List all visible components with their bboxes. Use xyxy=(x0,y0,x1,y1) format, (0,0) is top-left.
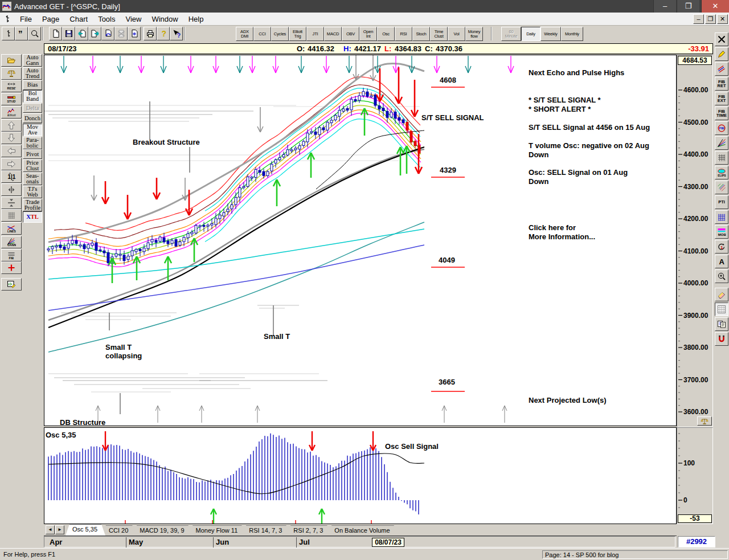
grid-blue-button[interactable] xyxy=(715,210,728,224)
pti-button[interactable]: PTI xyxy=(715,195,728,209)
help-button[interactable]: ? xyxy=(157,27,170,40)
pencil-button[interactable] xyxy=(715,47,728,61)
child-minimize-button[interactable]: – xyxy=(693,14,704,24)
indicator-macd[interactable]: MACD xyxy=(324,27,342,41)
save-button[interactable] xyxy=(62,27,75,40)
menu-window[interactable]: Window xyxy=(146,14,183,24)
minimize-button[interactable]: – xyxy=(653,0,676,13)
quotes-button[interactable]: ” xyxy=(15,27,28,40)
menu-file[interactable]: File xyxy=(15,14,37,24)
prev-page-button[interactable] xyxy=(75,27,88,40)
indicator-open-int[interactable]: OpenInt xyxy=(359,27,377,41)
fan-button[interactable] xyxy=(715,136,728,150)
study-tj-s-web[interactable]: TJ'sWeb xyxy=(23,186,42,198)
tab-cci-20[interactable]: CCI 20 xyxy=(102,525,136,536)
arrow-left-button[interactable] xyxy=(1,145,22,157)
reset-button[interactable]: RESET xyxy=(1,80,22,92)
new-chart-button[interactable] xyxy=(128,27,141,40)
gann-button[interactable]: GANN xyxy=(1,236,22,248)
menu-view[interactable]: View xyxy=(120,14,146,24)
study-mov-ave[interactable]: MovAve xyxy=(23,124,42,136)
price-chart[interactable]: 4608432940493665Breakout StructureS/T SE… xyxy=(44,55,676,426)
tab-scroll-right-button[interactable]: ► xyxy=(55,525,64,534)
more-information-link[interactable]: More Information... xyxy=(529,232,595,241)
oscillator-panel[interactable]: Osc 5,35Osc Sell Signal xyxy=(44,427,677,524)
indicator-vol[interactable]: Vol xyxy=(448,27,465,41)
ellipse-button[interactable]: ELIPS xyxy=(715,166,728,179)
grid-small-button[interactable] xyxy=(715,151,728,165)
study-xtl[interactable]: XTL xyxy=(23,211,42,223)
tab-scroll-left-button[interactable]: ◄ xyxy=(46,525,55,534)
fib-ret-button[interactable]: FIBRET xyxy=(715,77,728,91)
more-information-link[interactable]: Click here for xyxy=(529,223,576,232)
magnet-button[interactable] xyxy=(715,332,728,346)
context-help-button[interactable]: ? xyxy=(170,27,183,40)
child-restore-button[interactable]: ❐ xyxy=(705,14,716,24)
price-axis[interactable]: 4600.004500.004400.004300.004200.004100.… xyxy=(677,55,713,427)
fib-circle-button[interactable]: FIB xyxy=(715,121,728,135)
hatch-button[interactable] xyxy=(715,181,728,194)
tab-macd-19-39-9[interactable]: MACD 19, 39, 9 xyxy=(133,525,192,536)
eraser-button[interactable] xyxy=(715,288,728,301)
next-page-button[interactable] xyxy=(88,27,101,40)
study-button[interactable]: STUDY xyxy=(1,93,22,105)
arrow-right-button[interactable] xyxy=(1,158,22,170)
study-bol-band[interactable]: BolBand xyxy=(23,90,42,103)
indicator-cci[interactable]: CCI xyxy=(253,27,271,41)
zoom-in-button[interactable] xyxy=(715,269,728,283)
lines-button[interactable]: LINES xyxy=(1,222,22,235)
fib-time-button[interactable]: FIBTIME xyxy=(715,107,728,120)
period-daily[interactable]: Daily xyxy=(521,27,540,41)
menu-help[interactable]: Help xyxy=(183,14,209,24)
cursor-date-box[interactable]: 08/07/23 xyxy=(372,538,404,547)
open-folder-button[interactable] xyxy=(1,54,22,67)
tab-rsi-14-7-3[interactable]: RSI 14, 7, 3 xyxy=(242,525,290,536)
study-seas-onals[interactable]: Seas-onals xyxy=(23,173,42,185)
mob-button[interactable]: MOB xyxy=(715,225,728,239)
oscillator-chart[interactable]: Osc 5,35Osc Sell Signal xyxy=(44,428,676,524)
new-page-button[interactable] xyxy=(49,27,62,40)
time-cycle-button[interactable]: 1 xyxy=(715,240,728,254)
study-price-clust[interactable]: PriceClust xyxy=(23,160,42,172)
print-button[interactable] xyxy=(144,27,157,40)
elliott-button[interactable]: Elliott xyxy=(1,106,22,118)
menu-tools[interactable]: Tools xyxy=(93,14,120,24)
indicator-osc[interactable]: Osc xyxy=(377,27,395,41)
axis-scales-button[interactable] xyxy=(697,416,712,426)
indicator-elliott-trig[interactable]: ElliottTrig xyxy=(289,27,306,41)
chart-edit-button[interactable] xyxy=(1,278,22,291)
arrow-up-button[interactable] xyxy=(1,119,22,132)
menu-chart[interactable]: Chart xyxy=(64,14,93,24)
cross-button[interactable] xyxy=(1,261,22,274)
refresh-page-button[interactable] xyxy=(101,27,114,40)
tab-rsi-2-7-3[interactable]: RSI 2, 7, 3 xyxy=(286,525,331,536)
period-weekly[interactable]: Weekly xyxy=(540,27,561,41)
tab-on-balance-volume[interactable]: On Balance Volume xyxy=(327,525,398,536)
close-button[interactable]: ✕ xyxy=(701,0,729,13)
indicator-adx-dmi[interactable]: ADXDMI xyxy=(236,27,253,41)
restore-button[interactable]: ❐ xyxy=(677,0,699,13)
mosaic-button[interactable] xyxy=(715,303,728,316)
magnifier-button[interactable] xyxy=(28,27,41,40)
chart-area[interactable]: 4608432940493665Breakout StructureS/T SE… xyxy=(44,55,677,426)
study-trade-profile[interactable]: TradeProfile xyxy=(23,199,42,211)
indicator-time-clust[interactable]: TimeClust xyxy=(430,27,448,41)
trendlines-button[interactable] xyxy=(715,62,728,76)
compress-button[interactable] xyxy=(1,197,22,209)
study-pivot[interactable]: Pivot xyxy=(23,149,42,159)
menu-page[interactable]: Page xyxy=(37,14,64,24)
indicator-rsi[interactable]: RSI xyxy=(395,27,412,41)
indicator-money-flow[interactable]: Moneyflow xyxy=(465,27,483,41)
tab-money-flow-11[interactable]: Money Flow 11 xyxy=(189,525,246,536)
crosshair-button[interactable] xyxy=(715,32,728,46)
pin-button[interactable] xyxy=(2,27,15,40)
arrow-down-button[interactable] xyxy=(1,132,22,144)
child-window-icon[interactable] xyxy=(5,15,11,23)
fib-ext-button[interactable]: FIBEXT xyxy=(715,92,728,105)
tab-osc-5-35[interactable]: Osc 5,35 xyxy=(65,524,105,536)
grid-button[interactable] xyxy=(1,209,22,222)
notes-button[interactable] xyxy=(715,317,728,331)
study-bias[interactable]: Bias xyxy=(23,80,42,90)
indicator-obv[interactable]: OBV xyxy=(342,27,359,41)
child-close-button[interactable]: ✕ xyxy=(717,14,728,24)
